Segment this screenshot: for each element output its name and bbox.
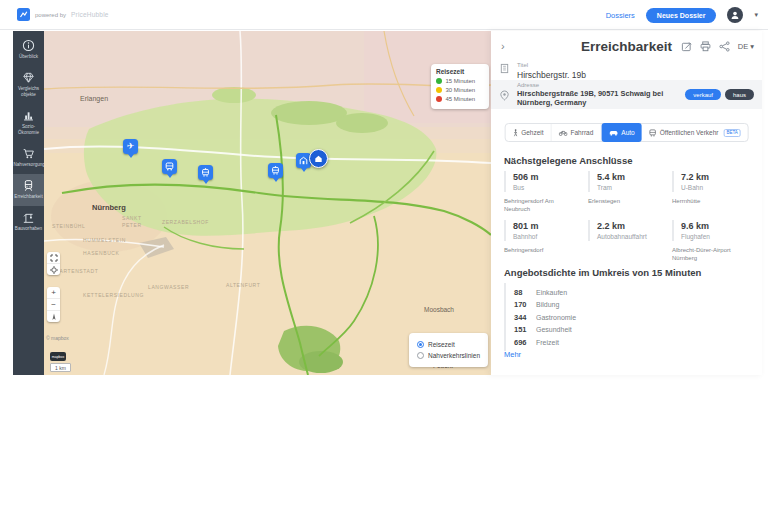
connection-distance: 506 m [513, 172, 584, 182]
density-row: 151Gesundheit [514, 325, 714, 334]
fullscreen-button[interactable] [47, 252, 60, 264]
radio-label: Reisezeit [428, 341, 455, 348]
sidebar-item-label: Überblick [19, 54, 38, 60]
map-marker-airport[interactable]: ✈ [123, 139, 138, 154]
density-label: Gesundheit [536, 326, 572, 333]
mode-label: Gehzeit [521, 129, 543, 136]
map-marker-tram-stop[interactable] [268, 163, 283, 178]
map-view-controls [47, 252, 60, 275]
connections-grid: 506 mBus Behringersdorf Am Neubruch 5.4 … [504, 171, 754, 263]
sidebar-item-vergleichsobjekte[interactable]: Vergleichs objekte [13, 66, 44, 104]
map-district-label: ALTENFURT [226, 282, 268, 289]
legend-title: Reisezeit [436, 68, 484, 75]
language-selector[interactable]: DE ▾ [738, 42, 754, 51]
powered-by-label: powered by [35, 12, 66, 18]
tram-icon [201, 168, 210, 177]
density-row: 88Einkaufen [514, 288, 714, 297]
property-type-badge[interactable]: haus [725, 89, 754, 100]
map-attribution[interactable]: © mapbox [46, 335, 69, 341]
more-link[interactable]: Mehr [504, 350, 521, 359]
printer-icon [700, 41, 711, 52]
brand-name: PriceHubble [71, 11, 109, 18]
bar-chart-icon [22, 109, 35, 122]
dossiers-link[interactable]: Dossiers [606, 11, 635, 20]
compass-button[interactable] [47, 311, 60, 322]
connection-cell: 506 mBus Behringersdorf Am Neubruch [504, 171, 588, 213]
brand-logo: powered by PriceHubble [17, 8, 109, 21]
density-row: 344Gastronomie [514, 313, 714, 322]
sidebar-item-erreichbarkeit[interactable]: Erreichbarkeit [13, 174, 44, 206]
crane-icon [22, 211, 35, 224]
print-button[interactable] [700, 41, 711, 52]
mode-oeffentlicher-verkehr[interactable]: Öffentlichen Verkehr BETA [642, 124, 748, 141]
sidebar-item-sozio-oekonomie[interactable]: Sozio-Ökonomie [13, 104, 44, 142]
density-label: Freizeit [536, 339, 559, 346]
shopping-cart-icon [22, 147, 35, 160]
radio-reisezeit[interactable]: Reisezeit [417, 341, 480, 348]
walk-icon [512, 129, 518, 137]
mode-fahrrad[interactable]: Fahrrad [552, 124, 602, 141]
deal-type-badge[interactable]: verkauf [685, 89, 721, 100]
map-pin-icon [499, 90, 510, 101]
app-logo-icon [17, 8, 30, 21]
compass-icon [50, 313, 58, 321]
density-label: Einkaufen [536, 289, 567, 296]
sidebar-item-nahversorgung[interactable]: Nahversorgung [13, 142, 44, 174]
home-icon [314, 154, 323, 163]
map-district-label: HASENBUCK [83, 250, 127, 257]
property-title-label: Titel [517, 62, 586, 68]
transit-icon [649, 129, 657, 137]
info-icon [22, 39, 35, 52]
sidebar-item-bauvorhaben[interactable]: Bauvorhaben [13, 206, 44, 238]
share-button[interactable] [719, 41, 730, 52]
zoom-out-button[interactable]: − [47, 299, 60, 311]
user-avatar[interactable] [727, 7, 743, 23]
details-panel: › Erreichbarkeit DE ▾ Titel Hirschbergst… [491, 31, 762, 375]
radio-selected-icon [417, 341, 424, 348]
map-marker-bus[interactable] [162, 159, 177, 174]
connection-mode: Autobahnauffahrt [597, 233, 668, 240]
map-canvas[interactable]: Erlangen Nürnberg Moosbach Feucht SANKT … [44, 31, 491, 375]
connection-station: Behringersdorf Am Neubruch [504, 197, 588, 214]
map-district-label: LANGWASSER [148, 284, 196, 291]
map-city-label: Nürnberg [92, 203, 126, 212]
mode-gehzeit[interactable]: Gehzeit [505, 124, 551, 141]
account-chevron-down-icon[interactable]: ▾ [754, 11, 758, 19]
sidebar-item-ueberblick[interactable]: Überblick [13, 34, 44, 66]
fullscreen-icon [50, 254, 58, 262]
address-row: Adresse Hirschbergstraße 19B, 90571 Schw… [491, 80, 762, 109]
connection-mode: U-Bahn [681, 184, 750, 191]
radio-nahverkehrslinien[interactable]: Nahverkehrslinien [417, 352, 480, 359]
map-district-label: KETTELERSIEDLUNG [83, 292, 153, 299]
density-row: 696Freizeit [514, 338, 714, 347]
map-district-label: STEINBÜHL [52, 223, 92, 230]
connection-cell: 9.6 kmFlughafen Albrecht-Dürer-Airport N… [672, 220, 754, 262]
map-zoom-controls: + − [47, 287, 60, 322]
app-window: powered by PriceHubble Dossiers Neues Do… [0, 0, 768, 512]
map-marker-home[interactable] [309, 149, 328, 168]
zoom-in-button[interactable]: + [47, 287, 60, 299]
locate-button[interactable] [47, 264, 60, 275]
density-count: 344 [514, 313, 527, 322]
transport-mode-switcher: Gehzeit Fahrrad Auto Öffentlichen Verkeh… [504, 123, 749, 142]
new-dossier-button[interactable]: Neues Dossier [646, 8, 717, 23]
map-district-label: HUMMELSTEIN [83, 237, 133, 244]
connection-cell: 2.2 kmAutobahnauffahrt [588, 220, 672, 262]
car-icon [608, 129, 618, 136]
connection-distance: 2.2 km [597, 221, 668, 231]
legend-label: 15 Minuten [446, 78, 476, 84]
density-section-title: Angebotsdichte im Umkreis von 15 Minuten [504, 267, 701, 278]
density-label: Gastronomie [536, 314, 576, 321]
sidebar-item-label: Sozio-Ökonomie [14, 124, 43, 136]
legend-label: 45 Minuten [446, 96, 476, 102]
connection-mode: Bahnhof [513, 233, 584, 240]
mode-auto[interactable]: Auto [601, 123, 641, 142]
map-city-label: Erlangen [80, 95, 108, 102]
address-label: Adresse [517, 82, 678, 88]
sidebar-item-label: Bauvorhaben [15, 226, 42, 232]
travel-time-legend: Reisezeit 15 Minuten 30 Minuten 45 Minut… [431, 64, 489, 109]
mapbox-logo[interactable]: mapbox [50, 352, 66, 361]
radio-unselected-icon [417, 352, 424, 359]
edit-button[interactable] [681, 41, 692, 52]
map-marker-tram[interactable] [198, 165, 213, 180]
